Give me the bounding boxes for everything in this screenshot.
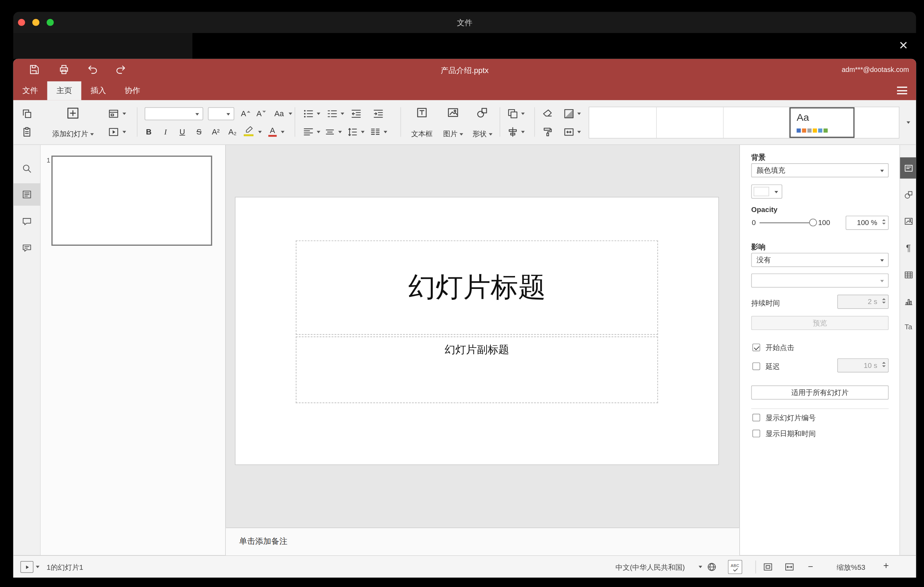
apply-to-all-slides-button[interactable]: 适用于所有幻灯片 bbox=[751, 386, 889, 399]
opacity-slider-track[interactable] bbox=[760, 222, 813, 223]
slides-panel-button[interactable] bbox=[13, 183, 40, 206]
highlight-color-button[interactable] bbox=[244, 125, 256, 139]
increase-indent-icon[interactable] bbox=[373, 108, 384, 120]
tab-collaboration[interactable]: 协作 bbox=[116, 81, 150, 101]
insert-image-button[interactable]: 图片 bbox=[440, 105, 466, 142]
decrease-font-size-button[interactable]: A bbox=[254, 108, 267, 120]
underline-button[interactable]: U bbox=[175, 126, 188, 138]
comments-button[interactable] bbox=[13, 210, 40, 233]
tab-insert[interactable]: 插入 bbox=[81, 81, 116, 101]
tab-home[interactable]: 主页 bbox=[47, 81, 81, 101]
italic-button[interactable]: I bbox=[159, 126, 172, 138]
chevron-down-icon[interactable] bbox=[361, 131, 365, 134]
shape-fill-icon[interactable] bbox=[563, 108, 575, 120]
transition-effect-select[interactable]: 没有 bbox=[751, 253, 889, 267]
paragraph-settings-button[interactable]: ¶ bbox=[900, 237, 916, 258]
zoom-out-button[interactable]: − bbox=[808, 561, 813, 571]
bullet-list-icon[interactable] bbox=[302, 108, 314, 120]
chevron-down-icon[interactable] bbox=[289, 113, 292, 115]
notes-area[interactable]: 单击添加备注 bbox=[226, 527, 739, 555]
slide-size-icon[interactable] bbox=[563, 126, 575, 138]
transition-variant-select[interactable] bbox=[751, 274, 889, 287]
table-settings-button[interactable] bbox=[900, 264, 916, 285]
delay-input[interactable]: 10 s bbox=[837, 358, 889, 373]
chevron-down-icon[interactable] bbox=[317, 113, 320, 115]
chevron-down-icon[interactable] bbox=[577, 131, 581, 134]
opacity-slider-knob[interactable] bbox=[809, 219, 817, 226]
fit-width-icon[interactable] bbox=[784, 562, 795, 572]
clear-style-icon[interactable] bbox=[541, 108, 553, 120]
increase-font-size-button[interactable]: A bbox=[239, 108, 252, 120]
chevron-down-icon[interactable] bbox=[521, 113, 525, 115]
hamburger-menu-icon[interactable] bbox=[897, 87, 907, 94]
superscript-button[interactable]: A² bbox=[209, 126, 222, 138]
duration-input[interactable]: 2 s bbox=[837, 295, 889, 308]
line-spacing-icon[interactable] bbox=[346, 126, 358, 138]
chart-settings-button[interactable] bbox=[900, 291, 916, 312]
slide-settings-button[interactable] bbox=[900, 157, 916, 178]
slide-thumbnail[interactable] bbox=[51, 155, 212, 246]
chevron-down-icon[interactable] bbox=[122, 113, 126, 115]
slide-subtitle-placeholder[interactable]: 幻灯片副标题 bbox=[296, 337, 658, 403]
theme-gallery-expand-button[interactable] bbox=[903, 107, 914, 139]
spin-up-icon[interactable] bbox=[882, 219, 886, 221]
bold-button[interactable]: B bbox=[142, 126, 155, 138]
theme-slot-selected[interactable]: Aa bbox=[790, 107, 855, 138]
slide-title-placeholder[interactable]: 幻灯片标题 bbox=[296, 241, 658, 335]
chevron-down-icon[interactable] bbox=[384, 131, 387, 134]
copy-icon[interactable] bbox=[21, 108, 33, 120]
chevron-down-icon[interactable] bbox=[281, 131, 284, 134]
close-icon[interactable]: × bbox=[899, 36, 908, 53]
slide-layout-icon[interactable] bbox=[107, 108, 119, 120]
document-language-icon[interactable] bbox=[706, 562, 717, 572]
strikethrough-button[interactable]: S bbox=[192, 126, 205, 138]
chat-button[interactable] bbox=[13, 237, 40, 259]
background-fill-select[interactable]: 颜色填充 bbox=[751, 163, 889, 177]
chevron-down-icon[interactable] bbox=[317, 131, 320, 134]
chevron-down-icon[interactable] bbox=[36, 566, 39, 569]
align-objects-icon[interactable] bbox=[507, 126, 519, 138]
change-case-button[interactable]: Aa bbox=[271, 108, 287, 120]
background-color-picker[interactable] bbox=[751, 184, 782, 198]
delay-checkbox[interactable] bbox=[752, 362, 760, 370]
paste-icon[interactable] bbox=[21, 126, 33, 138]
chevron-down-icon[interactable] bbox=[521, 131, 525, 134]
show-date-time-checkbox[interactable] bbox=[752, 430, 760, 437]
vertical-align-icon[interactable] bbox=[324, 126, 336, 138]
slide-page[interactable]: 幻灯片标题 幻灯片副标题 bbox=[236, 197, 718, 464]
chevron-down-icon[interactable] bbox=[338, 131, 342, 134]
chevron-down-icon[interactable] bbox=[699, 566, 702, 569]
show-slide-number-checkbox[interactable] bbox=[752, 414, 760, 421]
numbered-list-icon[interactable] bbox=[326, 108, 338, 120]
font-size-combo[interactable] bbox=[208, 107, 234, 120]
tab-file[interactable]: 文件 bbox=[13, 81, 47, 101]
start-on-click-checkbox[interactable] bbox=[752, 344, 760, 351]
decrease-indent-icon[interactable] bbox=[350, 108, 362, 120]
start-slideshow-status-button[interactable] bbox=[20, 561, 33, 573]
image-settings-button[interactable] bbox=[900, 210, 916, 231]
preview-button[interactable]: 预览 bbox=[751, 316, 889, 330]
horizontal-align-icon[interactable] bbox=[302, 126, 314, 138]
theme-slot[interactable] bbox=[724, 107, 789, 138]
zoom-in-button[interactable]: + bbox=[883, 560, 889, 571]
theme-slot[interactable] bbox=[589, 107, 657, 138]
chevron-down-icon[interactable] bbox=[577, 113, 581, 115]
chevron-down-icon[interactable] bbox=[258, 131, 262, 134]
language-selector[interactable]: 中文(中华人民共和国) bbox=[615, 563, 685, 573]
start-slideshow-icon[interactable] bbox=[107, 126, 119, 138]
spin-down-icon[interactable] bbox=[882, 223, 886, 225]
chevron-down-icon[interactable] bbox=[122, 131, 126, 134]
columns-icon[interactable] bbox=[369, 126, 381, 138]
copy-style-icon[interactable] bbox=[541, 126, 553, 138]
spell-check-toggle[interactable]: ABC bbox=[728, 560, 742, 574]
theme-slot[interactable] bbox=[855, 107, 899, 138]
insert-shape-button[interactable]: 形状 bbox=[469, 105, 496, 142]
shape-settings-button[interactable] bbox=[900, 184, 916, 205]
add-slide-button[interactable]: 添加幻灯片 bbox=[45, 105, 101, 142]
subscript-button[interactable]: A₂ bbox=[226, 126, 239, 138]
chevron-down-icon[interactable] bbox=[340, 113, 344, 115]
textart-settings-button[interactable]: Ta bbox=[900, 316, 916, 337]
theme-slot[interactable] bbox=[657, 107, 724, 138]
font-color-button[interactable]: A bbox=[268, 126, 277, 139]
search-button[interactable] bbox=[13, 157, 40, 180]
